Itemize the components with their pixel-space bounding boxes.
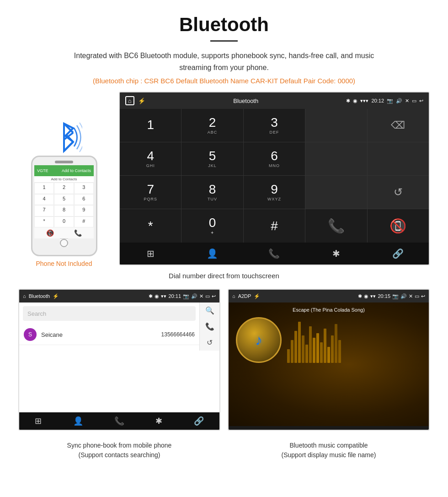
main-section: VGTE Add to Contacts Add to Contacts 123…	[0, 92, 448, 267]
pb-bottom-call[interactable]: 📞	[114, 416, 124, 426]
phonebook-caption-sub: (Support contacts searching)	[79, 451, 160, 459]
dial-key-2[interactable]: 2 ABC	[181, 109, 243, 142]
phonebook-content: Search S Seicane 13566664466 🔍 📞 ↺	[19, 303, 219, 412]
time-display-dial: 20:12	[371, 98, 384, 103]
eq-bar	[309, 326, 312, 363]
vol-pb: 🔊	[191, 293, 197, 299]
page-header: Bluetooth Integrated with BC6 Bluetooth …	[0, 0, 448, 92]
phone-screen: VGTE Add to Contacts Add to Contacts 123…	[34, 165, 94, 238]
phonebook-area: Search S Seicane 13566664466 🔍 📞 ↺	[19, 303, 219, 351]
bluetooth-waves	[46, 119, 82, 156]
close-icon: ✕	[405, 98, 409, 104]
signal-music: ▾▾	[370, 293, 376, 299]
home-icon: ⌂	[125, 96, 134, 105]
title-underline	[210, 40, 238, 42]
dial-key-refresh[interactable]: ↺	[368, 176, 429, 209]
pb-bottom-apps[interactable]: ⊞	[35, 416, 42, 426]
dial-screenshot: ⌂ ⚡ Bluetooth ✱ ◉ ▾▾▾ 20:12 📷 🔊 ✕ ▭ ↩ 1	[119, 92, 430, 265]
dial-key-7[interactable]: 7 PQRS	[120, 176, 181, 209]
signal-icon: ▾▾▾	[360, 98, 368, 104]
phone-not-included-label: Phone Not Included	[36, 260, 92, 267]
pb-search-bar[interactable]: Search	[23, 306, 196, 321]
dial-key-9[interactable]: 9 WXYZ	[244, 176, 305, 209]
page-specs: (Bluetooth chip : CSR BC6 Default Blueto…	[9, 77, 439, 85]
scr-music: ▭	[415, 293, 419, 299]
time-pb: 20:11	[168, 293, 181, 299]
music-equalizer	[287, 317, 421, 363]
eq-bar	[335, 324, 337, 363]
phonebook-caption: Sync phone-book from mobile phone(Suppor…	[18, 438, 220, 460]
dial-key-empty-3	[368, 142, 429, 175]
pb-contact-avatar: S	[24, 328, 37, 341]
music-inner: Escape (The Pina Colada Song) ♪	[229, 303, 429, 367]
status-label-dial: Bluetooth	[233, 97, 258, 104]
usb-icon-music: ⚡	[254, 293, 260, 299]
dial-key-backspace[interactable]: ⌫	[368, 109, 429, 142]
home-icon-pb: ⌂	[23, 293, 26, 299]
eq-bar	[298, 322, 301, 363]
back-pb: ↩	[212, 293, 216, 299]
dial-bottom-bar: ⊞ 👤 📞 ✱ 🔗	[120, 243, 429, 265]
dial-key-1[interactable]: 1	[120, 109, 181, 142]
bottom-apps-icon[interactable]: ⊞	[120, 248, 181, 259]
dial-key-0[interactable]: 0 +	[181, 209, 243, 243]
pb-list-area: Search S Seicane 13566664466	[19, 303, 199, 351]
dial-key-5[interactable]: 5 JKL	[181, 142, 243, 175]
eq-bar	[287, 349, 290, 363]
dial-key-hash[interactable]: #	[244, 209, 305, 243]
bottom-link-icon[interactable]: 🔗	[367, 248, 429, 259]
home-icon-music: ⌂	[232, 293, 235, 299]
cam-pb: 📷	[183, 293, 189, 299]
pb-search-icon[interactable]: 🔍	[205, 306, 214, 315]
pb-refresh-icon[interactable]: ↺	[207, 338, 213, 347]
dial-key-3[interactable]: 3 DEF	[244, 109, 305, 142]
bt-icon-pb: ✱	[149, 293, 153, 299]
music-screenshot: ⌂ A2DP ⚡ ✱ ◉ ▾▾ 20:15 📷 🔊 ✕ ▭ ↩ Escape (…	[228, 289, 430, 431]
eq-bar	[320, 342, 323, 363]
dial-key-4[interactable]: 4 GHI	[120, 142, 181, 175]
dial-key-call[interactable]: 📞	[305, 209, 367, 243]
pb-contact-row[interactable]: S Seicane 13566664466	[19, 324, 199, 345]
dial-key-star[interactable]: *	[120, 209, 181, 243]
bottom-contacts-icon[interactable]: 👤	[181, 248, 243, 259]
pb-side-icons: 🔍 📞 ↺	[199, 303, 219, 351]
x-pb: ✕	[199, 293, 203, 299]
pb-bottom-link[interactable]: 🔗	[194, 416, 204, 426]
signal-pb: ▾▾	[161, 293, 166, 299]
bt-icon-music: ✱	[358, 293, 362, 299]
music-main-area: ♪	[233, 317, 424, 363]
status-bar-dial: ⌂ ⚡ Bluetooth ✱ ◉ ▾▾▾ 20:12 📷 🔊 ✕ ▭ ↩	[120, 92, 429, 109]
phone-home-bar	[60, 238, 68, 247]
back-music: ↩	[421, 293, 425, 299]
pb-contact-name: Seicane	[41, 331, 161, 338]
music-label: A2DP	[238, 293, 251, 299]
vol-music: 🔊	[400, 293, 407, 299]
eq-bar	[327, 347, 330, 363]
music-caption-text: Bluetooth music compatible(Support displ…	[228, 441, 430, 460]
eq-bar	[302, 335, 304, 363]
bottom-bluetooth-icon[interactable]: ✱	[305, 248, 367, 259]
music-bluetooth-icon: ♪	[255, 332, 262, 349]
status-bar-music: ⌂ A2DP ⚡ ✱ ◉ ▾▾ 20:15 📷 🔊 ✕ ▭ ↩	[229, 290, 429, 303]
loc-icon-pb: ◉	[155, 293, 159, 299]
bottom-call-icon[interactable]: 📞	[243, 248, 305, 259]
bottom-screenshots-row: ⌂ Bluetooth ⚡ ✱ ◉ ▾▾ 20:11 📷 🔊 ✕ ▭ ↩ Sea	[0, 289, 448, 431]
eq-bar	[291, 340, 293, 363]
bottom-captions: Sync phone-book from mobile phone(Suppor…	[0, 438, 448, 469]
loc-icon-music: ◉	[364, 293, 368, 299]
scr-pb: ▭	[205, 293, 210, 299]
time-music: 20:15	[378, 293, 390, 299]
dial-key-hangup[interactable]: 📵	[368, 209, 429, 243]
phone-aside: VGTE Add to Contacts Add to Contacts 123…	[18, 92, 110, 267]
eq-bar	[338, 340, 341, 363]
dial-key-8[interactable]: 8 TUV	[181, 176, 243, 209]
pb-bottom-contacts[interactable]: 👤	[73, 416, 83, 426]
pb-call-icon[interactable]: 📞	[205, 322, 214, 331]
dial-key-empty-4	[305, 176, 367, 209]
phonebook-caption-text: Sync phone-book from mobile phone(Suppor…	[18, 441, 220, 460]
dial-pad[interactable]: 1 2 ABC 3 DEF ⌫ 4 GHI 5 JKL	[120, 109, 429, 243]
dial-key-6[interactable]: 6 MNO	[244, 142, 305, 175]
screen-icon: ▭	[412, 98, 416, 104]
page-description: Integrated with BC6 Bluetooth module, su…	[64, 50, 384, 73]
pb-bottom-bt[interactable]: ✱	[155, 416, 162, 426]
